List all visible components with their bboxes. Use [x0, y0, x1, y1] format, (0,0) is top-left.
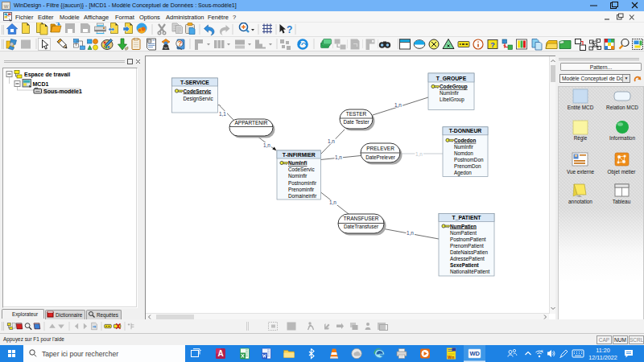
svg-text:Domaineinfir: Domaineinfir	[288, 193, 316, 199]
svg-text:NumInfir: NumInfir	[440, 90, 459, 96]
svg-text:Règle: Règle	[574, 135, 588, 142]
svg-text:TRANSFUSER: TRANSFUSER	[343, 216, 378, 221]
svg-text:A: A	[218, 349, 224, 358]
svg-text:Information: Information	[609, 135, 635, 141]
svg-text:T-INFIRMIER: T-INFIRMIER	[283, 152, 316, 158]
svg-text:NomPatient: NomPatient	[450, 230, 477, 236]
svg-text:Tableau: Tableau	[613, 199, 631, 204]
svg-text:?: ?	[178, 39, 183, 47]
svg-text:PrenomPatient: PrenomPatient	[450, 243, 484, 249]
svg-text:1,n: 1,n	[415, 151, 423, 157]
svg-text:?: ?	[490, 41, 495, 49]
svg-text:1,n: 1,n	[407, 230, 414, 236]
svg-text:PRELEVER: PRELEVER	[366, 146, 394, 151]
svg-text:1,n: 1,n	[263, 142, 270, 148]
svg-text:SexePatient: SexePatient	[450, 262, 480, 268]
svg-text:T_GROUPE: T_GROUPE	[436, 76, 467, 81]
svg-text:T-DONNEUR: T-DONNEUR	[449, 128, 481, 134]
svg-text:CodeGroup: CodeGroup	[440, 84, 468, 90]
svg-text:1,n: 1,n	[335, 154, 342, 160]
svg-text:Espace de travail: Espace de travail	[24, 72, 70, 78]
svg-text:Codedon: Codedon	[454, 138, 476, 143]
svg-text:TESTER: TESTER	[346, 111, 367, 117]
svg-text:Entité MCD: Entité MCD	[568, 105, 594, 110]
svg-text:annotation: annotation	[568, 199, 592, 204]
svg-text:T_PATIENT: T_PATIENT	[452, 215, 482, 220]
svg-text:Vue externe: Vue externe	[567, 169, 595, 175]
svg-text:11:20: 11:20	[596, 347, 609, 354]
svg-text:Prenominfir: Prenominfir	[288, 187, 314, 192]
svg-text:PostnomDon: PostnomDon	[454, 157, 484, 162]
svg-text:DateTransfuser: DateTransfuser	[344, 224, 378, 229]
svg-text:CodeServic: CodeServic	[288, 167, 315, 172]
svg-text:Objet métier: Objet métier	[608, 169, 637, 175]
svg-text:DesignServic: DesignServic	[184, 96, 213, 102]
svg-text:?: ?	[503, 44, 506, 49]
svg-text:1,n: 1,n	[328, 138, 335, 144]
svg-text:DatePrelever: DatePrelever	[365, 154, 395, 160]
svg-text:Date Tester: Date Tester	[343, 119, 369, 125]
svg-text:WD: WD	[470, 350, 481, 357]
svg-text:DateNaissPatien: DateNaissPatien	[450, 249, 488, 255]
svg-text:1,n: 1,n	[329, 200, 336, 205]
svg-text:12/11/2022: 12/11/2022	[588, 354, 617, 361]
svg-text:APPARTENIR: APPARTENIR	[235, 120, 268, 125]
svg-text:LibelGroup: LibelGroup	[440, 97, 464, 103]
svg-text:Agedon: Agedon	[454, 170, 472, 176]
svg-text:1,n: 1,n	[394, 102, 402, 108]
svg-text:T-SERVICE: T-SERVICE	[180, 80, 209, 85]
svg-text:NumInfir: NumInfir	[454, 144, 473, 150]
svg-text:NationalitéPatient: NationalitéPatient	[450, 269, 490, 274]
svg-text:CodeServic: CodeServic	[184, 88, 212, 94]
svg-text:NumPatien: NumPatien	[450, 224, 477, 229]
svg-text:Sous-modèle1: Sous-modèle1	[43, 88, 82, 94]
svg-text:PrenomDon: PrenomDon	[454, 163, 481, 169]
svg-text:Nomdon: Nomdon	[454, 150, 473, 156]
svg-text:?: ?	[287, 24, 292, 35]
svg-text:Postnominfir: Postnominfir	[288, 180, 316, 186]
svg-text:Win: Win	[448, 356, 455, 360]
svg-text:MCD1: MCD1	[33, 81, 49, 87]
svg-text:PostnomPatient: PostnomPatient	[450, 237, 486, 242]
svg-text:Taper ici pour rechercher: Taper ici pour rechercher	[42, 350, 118, 358]
svg-text:Relation MCD: Relation MCD	[606, 105, 638, 110]
svg-text:NumInfi: NumInfi	[288, 160, 308, 166]
svg-text:Nominfir: Nominfir	[288, 173, 307, 179]
svg-text:W: W	[4, 4, 9, 9]
svg-text:AdressePatient: AdressePatient	[450, 256, 485, 261]
svg-text:1,1: 1,1	[219, 111, 226, 117]
